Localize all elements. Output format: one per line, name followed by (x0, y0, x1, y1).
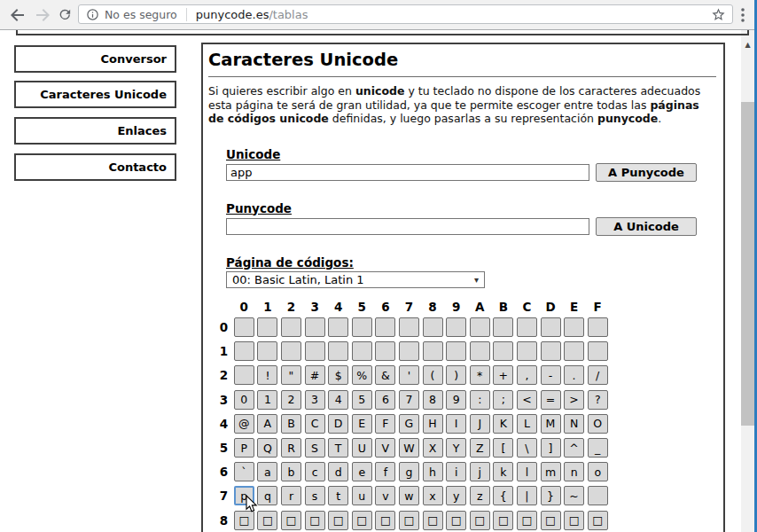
char-cell-03[interactable] (305, 317, 325, 337)
char-cell-78[interactable]: x (423, 486, 443, 505)
char-cell-14[interactable] (328, 341, 348, 361)
char-cell-45[interactable]: E (352, 414, 372, 434)
char-cell-4C[interactable]: L (517, 414, 537, 434)
char-cell-18[interactable] (423, 341, 443, 361)
char-cell-00[interactable] (234, 317, 254, 337)
char-cell-50[interactable]: P (234, 438, 254, 458)
char-cell-6F[interactable]: o (588, 462, 608, 481)
char-cell-2D[interactable]: - (541, 365, 561, 385)
char-cell-84[interactable]: □ (328, 511, 348, 530)
char-cell-76[interactable]: v (375, 486, 395, 505)
char-cell-7F[interactable] (588, 486, 608, 505)
char-cell-41[interactable]: A (257, 414, 277, 434)
char-cell-53[interactable]: S (305, 438, 325, 458)
char-cell-3A[interactable]: : (470, 390, 490, 410)
char-cell-44[interactable]: D (328, 414, 348, 434)
char-cell-82[interactable]: □ (281, 511, 301, 530)
char-cell-7B[interactable]: { (493, 486, 513, 505)
char-cell-11[interactable] (257, 341, 277, 361)
char-cell-70[interactable]: p (234, 486, 254, 505)
char-cell-39[interactable]: 9 (446, 390, 466, 410)
char-cell-88[interactable]: □ (423, 511, 443, 530)
char-cell-57[interactable]: W (399, 438, 419, 458)
char-cell-0C[interactable] (517, 317, 537, 337)
char-cell-29[interactable]: ) (446, 365, 466, 385)
char-cell-7C[interactable]: | (517, 486, 537, 505)
char-cell-6A[interactable]: j (470, 462, 490, 481)
char-cell-7A[interactable]: z (470, 486, 490, 505)
scrollbar-track[interactable]: ▲ (741, 30, 754, 532)
char-cell-8C[interactable]: □ (517, 511, 537, 530)
punycode-input[interactable] (226, 218, 589, 235)
char-cell-5C[interactable]: \ (517, 438, 537, 458)
char-cell-65[interactable]: e (352, 462, 372, 481)
char-cell-0D[interactable] (541, 317, 561, 337)
char-cell-28[interactable]: ( (423, 365, 443, 385)
char-cell-12[interactable] (281, 341, 301, 361)
char-cell-2C[interactable]: , (517, 365, 537, 385)
char-cell-66[interactable]: f (375, 462, 395, 481)
char-cell-02[interactable] (281, 317, 301, 337)
char-cell-1B[interactable] (493, 341, 513, 361)
unicode-input[interactable] (226, 164, 589, 181)
char-cell-33[interactable]: 3 (305, 390, 325, 410)
char-cell-86[interactable]: □ (375, 511, 395, 530)
char-cell-74[interactable]: t (328, 486, 348, 505)
info-icon[interactable] (86, 8, 99, 21)
char-cell-32[interactable]: 2 (281, 390, 301, 410)
char-cell-73[interactable]: s (305, 486, 325, 505)
sidebar-item-contacto[interactable]: Contacto (14, 153, 176, 181)
char-cell-07[interactable] (399, 317, 419, 337)
char-cell-24[interactable]: $ (328, 365, 348, 385)
reload-button[interactable] (54, 4, 76, 26)
char-cell-71[interactable]: q (257, 486, 277, 505)
char-cell-2B[interactable]: + (493, 365, 513, 385)
char-cell-80[interactable]: □ (234, 511, 254, 530)
char-cell-46[interactable]: F (375, 414, 395, 434)
char-cell-09[interactable] (446, 317, 466, 337)
char-cell-1C[interactable] (517, 341, 537, 361)
char-cell-4A[interactable]: J (470, 414, 490, 434)
char-cell-7D[interactable]: } (541, 486, 561, 505)
char-cell-0B[interactable] (493, 317, 513, 337)
char-cell-19[interactable] (446, 341, 466, 361)
char-cell-5D[interactable]: ] (541, 438, 561, 458)
char-cell-4F[interactable]: O (588, 414, 608, 434)
char-cell-81[interactable]: □ (257, 511, 277, 530)
char-cell-89[interactable]: □ (446, 511, 466, 530)
char-cell-1D[interactable] (541, 341, 561, 361)
browser-menu-button[interactable] (731, 4, 753, 26)
char-cell-22[interactable]: " (281, 365, 301, 385)
char-cell-61[interactable]: a (257, 462, 277, 481)
char-cell-26[interactable]: & (375, 365, 395, 385)
char-cell-8E[interactable]: □ (564, 511, 584, 530)
char-cell-6B[interactable]: k (493, 462, 513, 481)
char-cell-15[interactable] (352, 341, 372, 361)
char-cell-87[interactable]: □ (399, 511, 419, 530)
sidebar-item-caracteres-unicode[interactable]: Caracteres Unicode (14, 81, 176, 108)
to-punycode-button[interactable]: A Punycode (596, 163, 697, 182)
sidebar-item-enlaces[interactable]: Enlaces (14, 117, 176, 145)
char-cell-56[interactable]: V (375, 438, 395, 458)
scrollbar-thumb[interactable] (741, 102, 754, 426)
char-cell-67[interactable]: g (399, 462, 419, 481)
char-cell-0E[interactable] (564, 317, 584, 337)
char-cell-64[interactable]: d (328, 462, 348, 481)
char-cell-1E[interactable] (564, 341, 584, 361)
char-cell-2E[interactable]: . (564, 365, 584, 385)
char-cell-13[interactable] (305, 341, 325, 361)
char-cell-31[interactable]: 1 (257, 390, 277, 410)
char-cell-8A[interactable]: □ (470, 511, 490, 530)
char-cell-55[interactable]: U (352, 438, 372, 458)
char-cell-1F[interactable] (588, 341, 608, 361)
char-cell-77[interactable]: w (399, 486, 419, 505)
char-cell-7E[interactable]: ~ (564, 486, 584, 505)
char-cell-8D[interactable]: □ (541, 511, 561, 530)
char-cell-63[interactable]: c (305, 462, 325, 481)
char-cell-0A[interactable] (470, 317, 490, 337)
char-cell-79[interactable]: y (446, 486, 466, 505)
char-cell-21[interactable]: ! (257, 365, 277, 385)
bookmark-star-button[interactable] (707, 5, 729, 23)
char-cell-5E[interactable]: ^ (564, 438, 584, 458)
char-cell-06[interactable] (375, 317, 395, 337)
